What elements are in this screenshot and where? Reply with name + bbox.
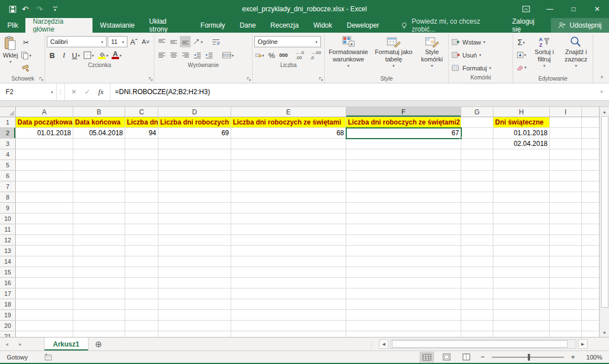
insert-function-button[interactable]: fx [94,83,108,100]
collapse-ribbon-button[interactable]: ˄ [601,74,603,80]
cell-I18[interactable] [550,299,582,310]
cell-E6[interactable] [231,171,346,181]
row-header-21[interactable]: 21 [0,331,16,337]
row-header-20[interactable]: 20 [0,321,16,331]
confirm-entry-button[interactable]: ✓ [81,83,94,100]
cell-A20[interactable] [16,321,73,331]
redo-button[interactable]: ↷▾ [36,4,45,14]
cell-C19[interactable] [125,310,158,321]
name-box[interactable]: F2▾ [0,83,56,100]
cell-I6[interactable] [550,171,582,181]
cell-E13[interactable] [231,246,346,256]
cell-A18[interactable] [16,299,73,310]
cell-G19[interactable] [461,310,493,321]
column-header-G[interactable]: G [461,107,493,117]
sheet-tab-arkusz1[interactable]: Arkusz1 [44,338,89,350]
cell-A19[interactable] [16,310,73,321]
cell-H15[interactable] [493,267,550,278]
cell-B1[interactable]: Data końcowa [73,117,125,128]
cell-C18[interactable] [125,299,158,310]
zoom-out-button[interactable]: − [479,353,487,361]
percent-button[interactable]: % [266,50,277,61]
row-header-12[interactable]: 12 [0,235,16,246]
cell-G18[interactable] [461,299,493,310]
cell-I11[interactable] [550,224,582,235]
cell-G8[interactable] [461,192,493,203]
cell-H16[interactable] [493,278,550,288]
format-as-table-button[interactable]: Formatuj jako tabelę ▾ [374,35,412,74]
cell-C5[interactable] [125,160,158,171]
cell-B8[interactable] [73,192,125,203]
cell-I21[interactable] [550,331,582,337]
cell-G20[interactable] [461,321,493,331]
maximize-button[interactable]: □ [562,0,585,18]
cell-F5[interactable] [346,160,461,171]
cell-H11[interactable] [493,224,550,235]
cell-F19[interactable] [346,310,461,321]
column-header-E[interactable]: E [231,107,346,117]
increase-font-button[interactable]: Aˆ [129,36,139,47]
cell-D9[interactable] [158,203,231,214]
font-color-button[interactable]: A ▾ [111,50,123,61]
column-header-H[interactable]: H [493,107,550,117]
cell-C4[interactable] [125,149,158,160]
cell-D1[interactable]: Liczba dni roboczych [158,117,231,128]
cell-G10[interactable] [461,214,493,224]
cell-D3[interactable] [158,139,231,149]
macro-record-icon[interactable] [45,353,52,361]
cell-C8[interactable] [125,192,158,203]
cell-B7[interactable] [73,181,125,192]
tab-narzedzia-glowne[interactable]: Narzędzia główne [25,18,92,33]
cell-B2[interactable]: 05.04.2018 [73,128,125,139]
cell-D13[interactable] [158,246,231,256]
cell-E19[interactable] [231,310,346,321]
cell-E14[interactable] [231,256,346,267]
cell-F7[interactable] [346,181,461,192]
undo-button[interactable]: ↶▾ [22,4,31,14]
selection-fill-handle[interactable] [460,137,462,140]
cell-E12[interactable] [231,235,346,246]
cell-D10[interactable] [158,214,231,224]
cell-F16[interactable] [346,278,461,288]
tab-uklad-strony[interactable]: Układ strony [142,18,193,33]
cell-B5[interactable] [73,160,125,171]
column-header-I[interactable]: I [550,107,582,117]
cell-G12[interactable] [461,235,493,246]
cell-I8[interactable] [550,192,582,203]
conditional-formatting-button[interactable]: ≠ Formatowanie warunkowe ▾ [326,35,370,74]
cell-I13[interactable] [550,246,582,256]
cell-F18[interactable] [346,299,461,310]
cell-E5[interactable] [231,160,346,171]
cell-A17[interactable] [16,288,73,299]
row-header-14[interactable]: 14 [0,256,16,267]
cell-I4[interactable] [550,149,582,160]
tab-plik[interactable]: Plik [0,18,25,33]
column-header-B[interactable]: B [73,107,125,117]
cell-I1[interactable] [550,117,582,128]
cell-F20[interactable] [346,321,461,331]
cell-E18[interactable] [231,299,346,310]
cell-F14[interactable] [346,256,461,267]
cut-button[interactable]: ✂ [21,37,32,48]
cell-G16[interactable] [461,278,493,288]
cell-E7[interactable] [231,181,346,192]
paste-button[interactable]: Wklej ▾ [3,35,18,74]
cell-E3[interactable] [231,139,346,149]
cell-F9[interactable] [346,203,461,214]
cell-E15[interactable] [231,267,346,278]
decrease-indent-button[interactable] [192,50,202,61]
cell-D12[interactable] [158,235,231,246]
row-header-17[interactable]: 17 [0,288,16,299]
cell-C20[interactable] [125,321,158,331]
cell-A4[interactable] [16,149,73,160]
cell-A16[interactable] [16,278,73,288]
cell-C15[interactable] [125,267,158,278]
align-middle-button[interactable] [168,36,179,47]
cell-B10[interactable] [73,214,125,224]
cell-I10[interactable] [550,214,582,224]
cell-C17[interactable] [125,288,158,299]
align-right-button[interactable] [180,50,191,61]
cell-A5[interactable] [16,160,73,171]
cell-G21[interactable] [461,331,493,337]
cell-H5[interactable] [493,160,550,171]
